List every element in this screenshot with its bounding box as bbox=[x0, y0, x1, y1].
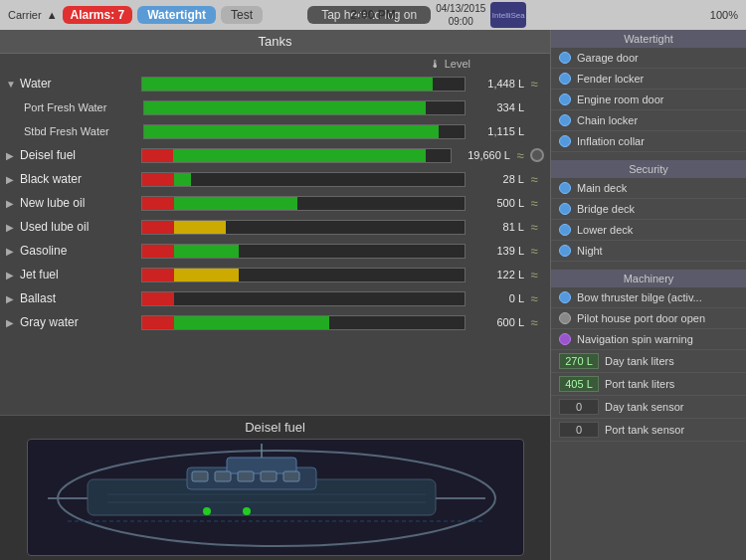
port-tank-label: Port tank liters bbox=[605, 378, 674, 390]
tanks-header: Tanks bbox=[0, 30, 550, 54]
machinery-row-day-tank: 270 L Day tank liters bbox=[551, 350, 746, 373]
right-item-nav-spin: Navigation spin warning bbox=[551, 329, 746, 350]
jet-fuel-bar bbox=[141, 268, 466, 282]
boat-label: Deisel fuel bbox=[245, 420, 305, 435]
alarms-button[interactable]: Alarms: 7 bbox=[63, 6, 133, 24]
left-panel: Tanks 🌡 Level ▼ Water 1,448 L ≈ Port F bbox=[0, 30, 550, 560]
svg-point-8 bbox=[243, 507, 251, 515]
nav-spin-label: Navigation spin warning bbox=[577, 333, 693, 345]
engine-room-dot bbox=[559, 93, 571, 105]
tank-row-gray-water: ▶ Gray water 600 L ≈ bbox=[6, 311, 544, 333]
separator1 bbox=[551, 152, 746, 160]
used-lube-chevron[interactable]: ▶ bbox=[6, 222, 20, 233]
diesel-bar-red bbox=[142, 149, 173, 162]
diesel-chevron[interactable]: ▶ bbox=[6, 150, 20, 161]
right-item-bow-thruster: Bow thruster bilge (activ... bbox=[551, 287, 746, 308]
ballast-value: 0 L bbox=[469, 292, 524, 304]
pilot-house-dot bbox=[559, 312, 571, 324]
black-water-chevron[interactable]: ▶ bbox=[6, 174, 20, 185]
port-tank-value: 405 L bbox=[559, 376, 599, 392]
tank-row-gasoline: ▶ Gasoline 139 L ≈ bbox=[6, 240, 544, 262]
bridge-deck-dot bbox=[559, 203, 571, 215]
gasoline-label: Gasoline bbox=[20, 244, 137, 258]
night-label: Night bbox=[577, 245, 603, 257]
used-lube-label: Used lube oil bbox=[20, 220, 137, 234]
black-water-bar-red bbox=[142, 173, 174, 186]
datetime-display: 04/13/2015 09:00 bbox=[436, 2, 485, 28]
right-item-night: Night bbox=[551, 241, 746, 262]
right-item-lower-deck: Lower deck bbox=[551, 220, 746, 241]
water-chevron[interactable]: ▼ bbox=[6, 79, 20, 90]
port-fresh-value: 334 L bbox=[469, 101, 524, 113]
gray-water-bar-green bbox=[174, 316, 329, 329]
svg-rect-12 bbox=[261, 471, 277, 481]
gasoline-value: 139 L bbox=[469, 245, 524, 257]
separator2 bbox=[551, 262, 746, 270]
engine-room-label: Engine room door bbox=[577, 93, 663, 105]
gasoline-bar bbox=[141, 244, 466, 259]
stbd-fresh-bar bbox=[143, 124, 466, 139]
jet-fuel-icon: ≈ bbox=[524, 268, 544, 282]
diesel-bar bbox=[141, 148, 452, 163]
inflation-dot bbox=[559, 135, 571, 147]
nav-spin-dot bbox=[559, 333, 571, 345]
day-tank-label: Day tank liters bbox=[605, 355, 674, 367]
water-bar bbox=[141, 77, 466, 92]
tank-row-water: ▼ Water 1,448 L ≈ bbox=[6, 73, 544, 94]
new-lube-bar bbox=[141, 196, 466, 211]
thermometer-icon: 🌡 bbox=[430, 58, 441, 70]
battery-indicator: 100% bbox=[710, 9, 738, 21]
tank-row-black-water: ▶ Black water 28 L ≈ bbox=[6, 168, 544, 190]
watertight-section-header: Watertight bbox=[551, 30, 746, 48]
used-lube-icon: ≈ bbox=[524, 220, 544, 235]
machinery-row-port-tank: 405 L Port tank liters bbox=[551, 373, 746, 396]
tank-row-stbd-fresh: Stbd Fresh Water 1,115 L bbox=[6, 120, 544, 142]
gray-water-bar bbox=[141, 315, 466, 330]
tanks-content: 🌡 Level ▼ Water 1,448 L ≈ Port Fresh Wat… bbox=[0, 54, 550, 415]
water-icon: ≈ bbox=[524, 77, 544, 92]
tank-row-new-lube: ▶ New lube oil 500 L ≈ bbox=[6, 192, 544, 214]
tank-row-ballast: ▶ Ballast 0 L ≈ bbox=[6, 287, 544, 309]
jet-fuel-bar-yellow bbox=[174, 269, 239, 281]
pilot-house-label: Pilot house port door open bbox=[577, 312, 705, 324]
used-lube-bar-red bbox=[142, 221, 174, 234]
tank-row-used-lube: ▶ Used lube oil 81 L ≈ bbox=[6, 216, 544, 238]
test-button[interactable]: Test bbox=[221, 6, 263, 24]
port-sensor-value: 0 bbox=[559, 422, 599, 438]
tank-row-port-fresh: Port Fresh Water 334 L bbox=[6, 96, 544, 118]
right-item-inflation: Inflation collar bbox=[551, 131, 746, 152]
used-lube-value: 81 L bbox=[469, 221, 524, 233]
fender-label: Fender locker bbox=[577, 73, 644, 85]
diesel-circle bbox=[530, 148, 544, 162]
diesel-value: 19,660 L bbox=[456, 149, 510, 161]
svg-rect-13 bbox=[283, 471, 299, 481]
top-bar: Carrier ▲ Alarms: 7 Watertight Test 2:00… bbox=[0, 0, 746, 30]
right-item-chain: Chain locker bbox=[551, 110, 746, 131]
chain-label: Chain locker bbox=[577, 114, 638, 126]
fender-dot bbox=[559, 73, 571, 85]
water-value: 1,448 L bbox=[469, 78, 524, 90]
gasoline-chevron[interactable]: ▶ bbox=[6, 246, 20, 257]
water-label: Water bbox=[20, 77, 137, 91]
watertight-button[interactable]: Watertight bbox=[137, 6, 216, 24]
machinery-row-day-sensor: 0 Day tank sensor bbox=[551, 396, 746, 419]
machinery-section-header: Machinery bbox=[551, 270, 746, 287]
gray-water-chevron[interactable]: ▶ bbox=[6, 317, 20, 328]
stbd-fresh-value: 1,115 L bbox=[469, 125, 524, 137]
black-water-value: 28 L bbox=[469, 173, 524, 185]
level-header: 🌡 Level bbox=[6, 58, 544, 70]
ballast-chevron[interactable]: ▶ bbox=[6, 293, 20, 304]
new-lube-bar-red bbox=[142, 197, 174, 210]
water-bar-green bbox=[142, 78, 433, 91]
right-panel: Watertight Garage door Fender locker Eng… bbox=[550, 30, 746, 560]
stbd-fresh-label: Stbd Fresh Water bbox=[24, 125, 139, 137]
jet-fuel-chevron[interactable]: ▶ bbox=[6, 270, 20, 280]
new-lube-chevron[interactable]: ▶ bbox=[6, 198, 20, 209]
used-lube-bar bbox=[141, 220, 466, 235]
chain-dot bbox=[559, 114, 571, 126]
diesel-icon: ≈ bbox=[510, 148, 530, 163]
night-dot bbox=[559, 245, 571, 257]
security-section-header: Security bbox=[551, 160, 746, 178]
inflation-label: Inflation collar bbox=[577, 135, 645, 147]
garage-dot bbox=[559, 52, 571, 64]
